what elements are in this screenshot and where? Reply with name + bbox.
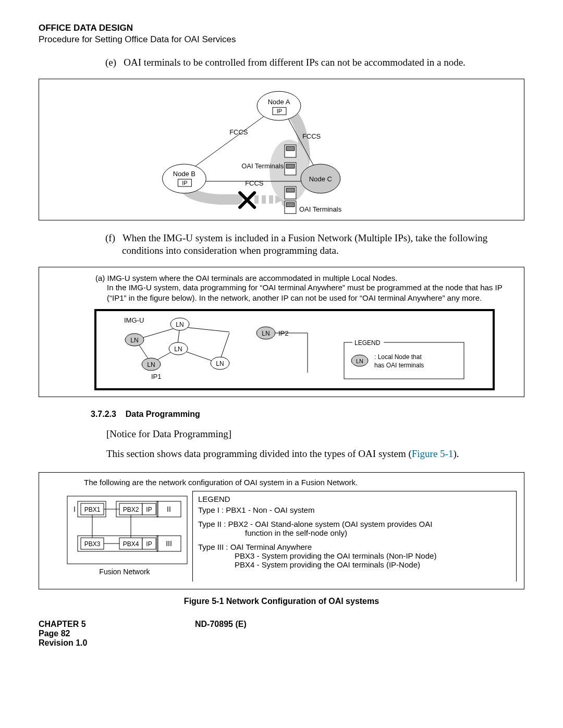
svg-rect-24 (286, 202, 295, 206)
svg-text:IP: IP (277, 108, 282, 114)
node-network-diagram: Node A IP Node B IP Node C FCCS FCCS FCC… (42, 82, 521, 217)
legend-type3c: PBX4 - System providing the OAI terminal… (235, 560, 511, 569)
footer-chapter: CHAPTER 5 (39, 620, 195, 629)
legend-type2a: Type II : PBX2 - OAI Stand-alone system … (198, 520, 511, 528)
svg-text:PBX3: PBX3 (84, 540, 101, 548)
svg-text:OAI Terminals: OAI Terminals (299, 205, 342, 213)
legend-type3a: Type III : OAI Terminal Anywhere (198, 542, 511, 551)
item-f: (f) When the IMG-U system is included in… (105, 232, 524, 257)
svg-text:I: I (74, 505, 76, 513)
svg-text:PBX2: PBX2 (123, 506, 139, 513)
item-e-marker: (e) (105, 57, 116, 68)
page-header: OFFICE DATA DESIGN Procedure for Setting… (39, 23, 524, 45)
page-footer: CHAPTER 5 ND-70895 (E) Page 82 Revision … (39, 620, 524, 648)
diagram-node-box: Node A IP Node B IP Node C FCCS FCCS FCC… (39, 79, 524, 220)
svg-rect-20 (286, 164, 295, 168)
svg-text:IP: IP (146, 506, 152, 513)
svg-text:LN: LN (130, 337, 138, 344)
footer-docid: ND-70895 (E) (195, 620, 247, 629)
fusion-network-diagram: I PBX1 PBX2 IP II PBX3 PBX4 IP III (46, 491, 192, 579)
fccs-label-right: FCCS (302, 132, 321, 140)
item-f-text: When the IMG-U system is included in a F… (122, 232, 487, 256)
img-u-diagram: IMG-U LN LN LN LN LN LN IP1 IP2 LEGEND L… (96, 311, 493, 388)
svg-text:PBX4: PBX4 (123, 540, 139, 548)
img-u-diagram-box: IMG-U LN LN LN LN LN LN IP1 IP2 LEGEND L… (94, 309, 495, 390)
figure-link[interactable]: Figure 5-1 (412, 448, 454, 459)
svg-text:OAI Terminals: OAI Terminals (241, 162, 284, 170)
svg-rect-0 (254, 195, 259, 203)
legend-title: LEGEND (198, 495, 511, 503)
header-title: OFFICE DATA DESIGN (39, 23, 524, 33)
svg-text:: Local Node that: : Local Node that (374, 353, 422, 361)
svg-rect-18 (286, 146, 295, 151)
svg-text:Node C: Node C (309, 175, 332, 183)
legend-type1: Type I : PBX1 - Non - OAI system (198, 505, 511, 514)
svg-text:Fusion Network: Fusion Network (99, 567, 150, 576)
section-intro: This section shows data programming divi… (106, 448, 524, 460)
figure-caption: Figure 5-1 Network Configuration of OAI … (39, 597, 524, 606)
item-e: (e) OAI terminals to be controlled from … (105, 56, 524, 69)
network-config-box: The following are the network configurat… (39, 472, 524, 589)
box3-intro: The following are the network configurat… (84, 478, 517, 487)
svg-text:IP: IP (182, 180, 187, 186)
svg-text:IP2: IP2 (278, 329, 289, 337)
footer-revision: Revision 1.0 (39, 638, 524, 648)
header-subtitle: Procedure for Setting Office Data for OA… (39, 34, 524, 45)
legend-type2b: function in the self-node only) (245, 528, 511, 537)
fccs-label-bottom: FCCS (245, 179, 264, 187)
svg-text:LN: LN (176, 321, 183, 328)
svg-text:IMG-U: IMG-U (124, 316, 144, 324)
section-heading: 3.7.2.3 Data Programming (91, 410, 524, 419)
svg-text:Node B: Node B (173, 170, 195, 178)
svg-point-10 (162, 164, 206, 193)
svg-text:LN: LN (262, 330, 270, 337)
svg-rect-2 (269, 195, 273, 203)
svg-text:II: II (167, 505, 171, 513)
svg-text:LEGEND: LEGEND (354, 339, 381, 347)
svg-text:IP1: IP1 (151, 373, 162, 380)
svg-text:LN: LN (147, 361, 155, 368)
fccs-label-left: FCCS (229, 128, 248, 136)
svg-text:has OAI terminals: has OAI terminals (374, 362, 424, 369)
item-e-text: OAI terminals to be controlled from diff… (124, 57, 465, 68)
footer-page: Page 82 (39, 629, 524, 638)
note-a-line1: (a) IMG-U system where the OAI terminals… (95, 274, 516, 282)
node-a-label: Node A (268, 98, 290, 106)
note-a-line2: In the IMG-U system, data programming fo… (107, 282, 516, 304)
notice-line: [Notice for Data Programming] (106, 428, 524, 440)
svg-text:LN: LN (216, 360, 224, 367)
img-u-note-box: (a) IMG-U system where the OAI terminals… (39, 267, 524, 397)
svg-rect-22 (286, 188, 295, 192)
svg-text:III: III (166, 539, 172, 548)
svg-rect-1 (262, 195, 266, 203)
svg-text:LN: LN (356, 358, 363, 364)
svg-text:PBX1: PBX1 (84, 506, 101, 513)
item-f-marker: (f) (105, 232, 115, 243)
svg-text:LN: LN (174, 346, 182, 353)
legend-type3b: PBX3 - System providing the OAI terminal… (235, 551, 511, 560)
legend-box: LEGEND Type I : PBX1 - Non - OAI system … (192, 491, 517, 582)
svg-text:IP: IP (146, 540, 152, 548)
